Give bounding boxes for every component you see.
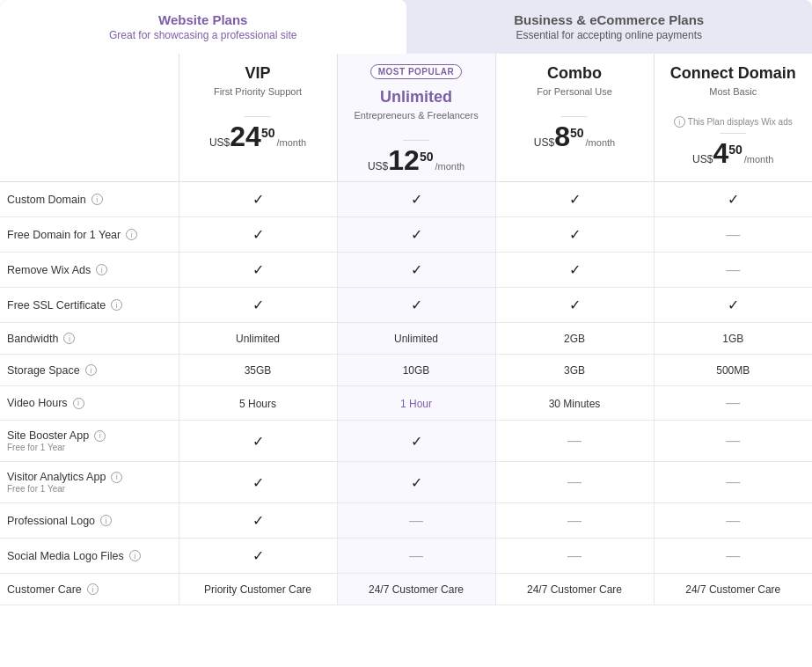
feature-sub: Free for 1 Year (7, 443, 172, 452)
checkmark-icon: ✓ (569, 297, 581, 312)
plan-name-vip: VIP (187, 64, 330, 83)
price-period-vip: /month (276, 137, 306, 148)
checkmark-icon: ✓ (252, 475, 264, 490)
feature-info-icon[interactable]: i (63, 333, 75, 344)
dash-icon: — (567, 474, 582, 489)
feature-info-icon[interactable]: i (91, 194, 103, 205)
plan-feature-value: ✓ (179, 182, 337, 217)
feature-header-cell (0, 54, 179, 182)
feature-name: Video Hours (7, 397, 68, 409)
feature-info-icon[interactable]: i (96, 264, 107, 275)
tab-website-subtitle: Great for showcasing a professional site (18, 29, 389, 41)
dash-icon: — (726, 548, 740, 563)
table-row: Site Booster AppiFree for 1 Year✓✓—— (0, 421, 812, 462)
checkmark-icon: ✓ (728, 192, 739, 207)
plan-header-unlimited: MOST POPULAR Unlimited Entrepreneurs & F… (337, 54, 495, 182)
plan-feature-value: — (654, 386, 812, 421)
feature-info-icon[interactable]: i (111, 472, 122, 483)
feature-info-icon[interactable]: i (85, 364, 97, 376)
feature-name: Storage Space (7, 364, 80, 377)
plan-feature-value: — (495, 539, 654, 574)
value-text: Unlimited (394, 333, 438, 345)
table-row: Customer CareiPriority Customer Care24/7… (0, 574, 812, 605)
table-row: Remove Wix Adsi✓✓✓— (0, 253, 812, 288)
feature-info-icon[interactable]: i (129, 550, 141, 561)
plan-feature-value: — (654, 253, 812, 288)
tab-business[interactable]: Business & eCommerce Plans Essential for… (406, 0, 813, 54)
value-text: 5 Hours (239, 398, 276, 410)
plan-divider-unlimited (403, 140, 429, 141)
price-cents-combo: 50 (570, 126, 584, 140)
table-row: Social Media Logo Filesi✓——— (0, 539, 812, 574)
price-cents-connect: 50 (728, 143, 743, 157)
plan-divider-connect (720, 133, 746, 134)
checkmark-icon: ✓ (569, 192, 581, 207)
price-period-connect: /month (744, 154, 774, 165)
plan-feature-value: Unlimited (337, 323, 495, 355)
plan-divider-combo (561, 116, 588, 117)
feature-cell-3: Free SSL Certificatei (0, 288, 179, 323)
feature-name: Social Media Logo Files (7, 550, 124, 562)
plan-header-combo: Combo For Personal Use US$ 8 50 /month (495, 54, 654, 182)
feature-info-icon[interactable]: i (73, 398, 84, 409)
plan-feature-value: ✓ (179, 462, 337, 503)
plan-feature-value: — (337, 503, 495, 539)
checkmark-icon: ✓ (411, 192, 422, 207)
value-text: 2GB (564, 333, 585, 345)
feature-cell-0: Custom Domaini (0, 182, 179, 217)
plan-name-unlimited: Unlimited (345, 88, 488, 106)
price-period-combo: /month (586, 137, 616, 148)
plan-feature-value: 3GB (495, 355, 654, 386)
value-text: 35GB (245, 364, 272, 377)
feature-name: Custom Domain (7, 194, 86, 206)
plan-feature-value: ✓ (179, 253, 337, 288)
price-currency-combo: US$ (534, 136, 554, 149)
plan-feature-value: 24/7 Customer Care (495, 574, 654, 605)
checkmark-icon: ✓ (411, 262, 422, 277)
plan-feature-value: ✓ (495, 253, 654, 288)
plan-name-connect: Connect Domain (662, 64, 806, 83)
plan-feature-value: ✓ (337, 462, 495, 503)
checkmark-icon: ✓ (252, 513, 264, 528)
feature-info-icon[interactable]: i (94, 430, 106, 442)
plan-feature-value: — (654, 421, 812, 462)
tab-business-title: Business & eCommerce Plans (424, 12, 795, 27)
wix-ads-note: i This Plan displays Wix ads (662, 116, 806, 128)
feature-info-icon[interactable]: i (100, 515, 112, 526)
value-text: 1GB (722, 333, 743, 345)
table-row: Storage Spacei35GB10GB3GB500MB (0, 355, 812, 386)
feature-cell-4: Bandwidthi (0, 323, 179, 355)
price-currency-vip: US$ (209, 136, 230, 149)
price-main-unlimited: 12 (388, 146, 420, 174)
feature-cell-5: Storage Spacei (0, 355, 179, 386)
checkmark-icon: ✓ (569, 262, 581, 277)
feature-name: Remove Wix Ads (7, 264, 91, 276)
value-text: 24/7 Customer Care (685, 583, 780, 596)
plan-feature-value: ✓ (337, 253, 495, 288)
feature-info-icon[interactable]: i (87, 583, 99, 595)
table-row: Free SSL Certificatei✓✓✓✓ (0, 288, 812, 323)
checkmark-icon: ✓ (252, 548, 264, 563)
plan-feature-value: ✓ (337, 421, 495, 462)
plan-header-connect: Connect Domain Most Basic i This Plan di… (654, 54, 812, 182)
plan-header-vip: VIP First Priority Support US$ 24 50 /mo… (179, 54, 337, 182)
checkmark-icon: ✓ (252, 297, 264, 312)
feature-info-icon[interactable]: i (111, 299, 122, 311)
feature-cell-9: Professional Logoi (0, 503, 179, 539)
value-text: 30 Minutes (549, 398, 601, 410)
value-text: 24/7 Customer Care (527, 583, 622, 596)
feature-info-icon[interactable]: i (126, 229, 137, 240)
checkmark-icon: ✓ (252, 262, 264, 277)
feature-name: Professional Logo (7, 515, 95, 527)
plan-tagline-unlimited: Entrepreneurs & Freelancers (345, 110, 488, 135)
feature-name: Free Domain for 1 Year (7, 229, 121, 241)
price-cents-vip: 50 (261, 126, 275, 140)
plan-feature-value: ✓ (179, 539, 337, 574)
wix-ads-info-icon[interactable]: i (674, 116, 685, 128)
checkmark-icon: ✓ (411, 297, 422, 312)
dash-icon: — (567, 548, 582, 563)
plan-feature-value: 1 Hour (337, 386, 495, 421)
table-row: Free Domain for 1 Yeari✓✓✓— (0, 217, 812, 253)
dash-icon: — (726, 227, 740, 242)
tab-website[interactable]: Website Plans Great for showcasing a pro… (0, 0, 406, 54)
